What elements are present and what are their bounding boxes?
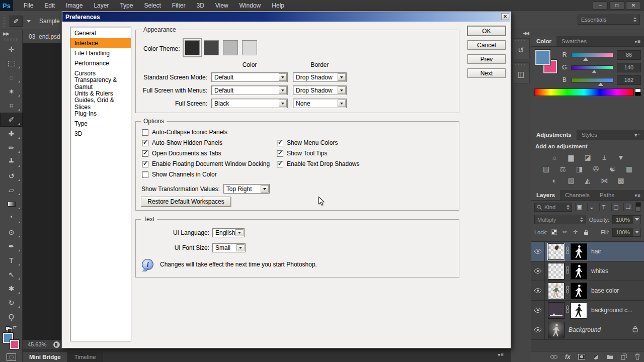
red-value[interactable]: 86 xyxy=(617,50,641,60)
menu-help[interactable]: Help xyxy=(266,0,290,11)
color-spectrum-ramp[interactable] xyxy=(534,88,634,96)
nav-item-file-handling[interactable]: File Handling xyxy=(70,48,131,58)
photo-filter-icon[interactable]: ✇ xyxy=(591,164,601,173)
layer-name[interactable]: Background xyxy=(569,326,601,333)
dropdown-arrow-icon[interactable] xyxy=(261,185,269,193)
lock-all-icon[interactable] xyxy=(582,229,590,235)
theme-swatch-lightest[interactable] xyxy=(242,40,257,55)
theme-swatch-light[interactable] xyxy=(223,40,238,55)
checkbox[interactable] xyxy=(277,140,283,146)
vibrance-icon[interactable]: ▼ xyxy=(616,153,626,162)
text-drop-shadows-checkbox-row[interactable]: Enable Text Drop Shadows xyxy=(277,160,360,167)
curves-icon[interactable]: ◪ xyxy=(583,153,593,162)
threshold-icon[interactable]: ◭ xyxy=(583,176,593,185)
tab-styles[interactable]: Styles xyxy=(577,130,602,140)
filter-pixel-layers-icon[interactable]: ▣ xyxy=(575,203,584,211)
rotate-view-tool[interactable]: ↻ xyxy=(0,296,23,310)
dialog-title-bar[interactable]: Preferences xyxy=(62,12,510,22)
black-white-icon[interactable]: ◨ xyxy=(575,164,585,173)
dropdown-arrow-icon[interactable] xyxy=(235,229,244,236)
layer-thumbnail[interactable] xyxy=(548,322,565,338)
tab-layers[interactable]: Layers xyxy=(531,190,560,200)
show-tool-tips-checkbox-row[interactable]: Show Tool Tips xyxy=(277,150,328,157)
move-tool[interactable]: ✛ xyxy=(0,42,23,56)
default-swap-colors[interactable]: ⇄ xyxy=(6,325,17,332)
layer-row-background[interactable]: Background xyxy=(531,320,644,340)
mask-link-icon[interactable] xyxy=(566,266,570,276)
spectrum-bw-end[interactable] xyxy=(635,88,641,96)
zoom-tool[interactable]: Ϙ xyxy=(0,310,23,324)
menu-filter[interactable]: Filter xyxy=(167,0,191,11)
panel-menu-icon[interactable]: ▾≡ xyxy=(634,193,641,198)
layer-row-base-color[interactable]: base color xyxy=(531,281,644,301)
color-balance-icon[interactable]: ⚖ xyxy=(558,164,568,173)
nav-item-general[interactable]: General xyxy=(70,28,131,38)
theme-swatch-dark[interactable] xyxy=(204,40,219,55)
layer-mask-thumbnail[interactable] xyxy=(571,302,587,319)
close-button[interactable]: ✕ xyxy=(626,2,641,10)
dodge-tool[interactable]: ⊙ xyxy=(0,225,23,239)
lock-pixels-icon[interactable]: ✏ xyxy=(561,229,569,235)
standard-screen-border-select[interactable]: Drop Shadow xyxy=(293,72,347,82)
layer-mask-thumbnail[interactable] xyxy=(571,263,587,280)
layer-thumbnail[interactable] xyxy=(548,302,565,319)
selective-color-icon[interactable]: ▩ xyxy=(616,176,626,185)
nav-item-transparency-gamut[interactable]: Transparency & Gamut xyxy=(70,78,131,88)
crop-tool[interactable]: ⌗ xyxy=(0,99,23,113)
preset-dropdown-arrow-icon[interactable] xyxy=(27,20,31,23)
dropdown-arrow-icon[interactable] xyxy=(338,73,346,81)
filtering-toggle[interactable] xyxy=(635,202,641,212)
history-panel-icon[interactable]: ↺ xyxy=(513,38,530,59)
marquee-tool[interactable] xyxy=(0,56,23,70)
menu-3d[interactable]: 3D xyxy=(191,0,209,11)
healing-brush-tool[interactable]: ✚ xyxy=(0,127,23,141)
posterize-icon[interactable]: ▨ xyxy=(566,176,576,185)
checkbox[interactable] xyxy=(277,150,283,157)
visibility-eye-icon[interactable] xyxy=(531,301,545,320)
layer-thumbnail[interactable] xyxy=(548,283,565,299)
menu-type[interactable]: Type xyxy=(114,0,138,11)
menu-layer[interactable]: Layer xyxy=(88,0,114,11)
next-button[interactable]: Next xyxy=(467,68,506,78)
type-tool[interactable]: T xyxy=(0,253,23,267)
layer-mask-thumbnail[interactable] xyxy=(571,283,587,299)
blue-slider-thumb[interactable] xyxy=(598,82,603,86)
cancel-button[interactable]: Cancel xyxy=(467,40,506,50)
tab-timeline[interactable]: Timeline xyxy=(68,352,103,362)
filter-type-layers-icon[interactable]: T xyxy=(599,203,608,211)
dropdown-arrow-icon[interactable] xyxy=(633,216,640,224)
eraser-tool[interactable]: ▱ xyxy=(0,183,23,197)
background-color-swatch[interactable] xyxy=(10,340,19,349)
eyedropper-preset-icon[interactable]: ✐ xyxy=(10,16,23,27)
blur-tool[interactable]: ❜ xyxy=(0,211,23,225)
filter-shape-layers-icon[interactable]: ▢ xyxy=(611,203,620,211)
history-brush-tool[interactable]: ↺ xyxy=(0,169,23,183)
full-screen-border-select[interactable]: None xyxy=(293,99,347,108)
opacity-input[interactable]: 100% xyxy=(612,215,641,224)
panel-menu-icon[interactable]: ▾≡ xyxy=(498,352,504,357)
checkbox[interactable] xyxy=(277,161,283,167)
expand-panel-icon[interactable]: ▶▶ xyxy=(0,30,22,37)
open-documents-tabs-checkbox-row[interactable]: Open Documents as Tabs xyxy=(142,150,221,157)
dropdown-arrow-icon[interactable] xyxy=(279,100,287,107)
quick-selection-tool[interactable]: ✶ xyxy=(0,84,23,99)
tab-swatches[interactable]: Swatches xyxy=(556,36,592,46)
dropdown-arrow-icon[interactable] xyxy=(279,73,287,81)
show-channels-color-checkbox-row[interactable]: Show Channels in Color xyxy=(142,171,217,178)
mask-link-icon[interactable] xyxy=(566,305,570,315)
prev-button[interactable]: Prev xyxy=(467,54,506,64)
workspace-switcher[interactable]: Essentials xyxy=(578,15,640,25)
add-layer-mask-icon[interactable] xyxy=(578,354,585,359)
maximize-button[interactable]: □ xyxy=(609,2,624,10)
tab-adjustments[interactable]: Adjustments xyxy=(531,130,577,140)
quick-mask-toggle[interactable] xyxy=(0,350,23,362)
ui-font-size-select[interactable]: Small xyxy=(212,243,246,252)
visibility-eye-icon[interactable] xyxy=(531,261,545,281)
layer-style-fx-icon[interactable]: fx xyxy=(565,353,571,360)
filter-kind-select[interactable]: Kind xyxy=(534,203,572,212)
green-slider[interactable] xyxy=(571,65,613,70)
exposure-icon[interactable]: ± xyxy=(599,153,609,162)
levels-icon[interactable]: ▆ xyxy=(566,153,576,162)
foreground-color-swatch[interactable] xyxy=(535,50,550,65)
red-slider[interactable] xyxy=(571,53,613,57)
